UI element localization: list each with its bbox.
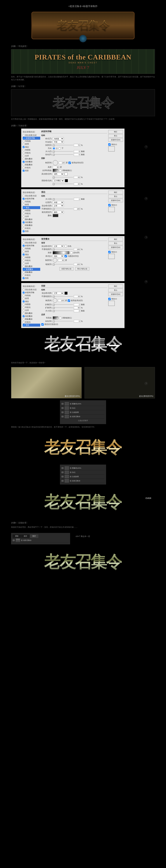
ds-noise-slider[interactable] <box>53 320 73 322</box>
ds-noise-input[interactable] <box>74 320 80 322</box>
grad-opacity-input[interactable] <box>74 248 80 251</box>
ds-opacity-slider[interactable] <box>53 296 73 298</box>
soften-slider[interactable] <box>53 154 73 156</box>
grad-angle-dial[interactable] <box>53 258 57 262</box>
stroke-size-input[interactable] <box>74 198 80 200</box>
ds-distance-slider[interactable] <box>53 304 73 306</box>
style-check-4[interactable]: 描边 <box>23 146 40 149</box>
style-check-10[interactable]: 图案叠加 <box>23 271 40 274</box>
style-check-0[interactable]: 混合选项:自定 <box>23 194 40 197</box>
reset-button[interactable]: 复位 <box>108 195 123 198</box>
ds-angle-dial[interactable] <box>53 298 57 303</box>
layer-row[interactable]: 纹 图像色100% <box>61 402 105 406</box>
layer-row[interactable]: 纹 图像色100% <box>61 466 105 470</box>
ok-button[interactable]: 确定 <box>108 130 123 133</box>
stroke-position-select[interactable]: 外部 <box>53 201 64 204</box>
visibility-icon[interactable] <box>61 415 64 417</box>
style-check-8[interactable]: 颜色叠加 <box>23 157 40 160</box>
align-layer-check[interactable] <box>65 255 67 257</box>
style-check-1[interactable]: 斜面和浮雕 <box>23 137 40 140</box>
ds-size-slider[interactable] <box>53 310 73 312</box>
layer-row[interactable]: 纹 合成效果 <box>61 410 105 414</box>
style-check-12[interactable]: 投影 <box>23 230 40 233</box>
style-check-9[interactable]: 渐变叠加 <box>23 268 40 271</box>
layer-row[interactable]: 纹 杂点 <box>61 406 105 410</box>
grad-scale-input[interactable] <box>74 263 80 266</box>
tab-path[interactable]: 路径 <box>21 534 30 538</box>
reset-button[interactable]: 复位 <box>108 288 123 292</box>
style-check-9[interactable]: 渐变叠加 <box>23 315 40 318</box>
style-check-6[interactable]: 内发光 <box>23 259 40 262</box>
method-select[interactable]: 平滑 <box>53 141 64 143</box>
dir-up-radio[interactable] <box>53 147 55 150</box>
ds-opacity-input[interactable] <box>74 295 80 298</box>
depth-input[interactable] <box>74 144 80 147</box>
ok-button[interactable]: 确定 <box>108 191 123 194</box>
style-check-2[interactable]: 等高线 <box>23 294 40 297</box>
style-check-7[interactable]: 光泽 <box>23 215 40 218</box>
grad-blend-select[interactable]: 正常 <box>53 245 64 248</box>
reset-button[interactable]: 复位 <box>108 242 123 245</box>
style-check-2[interactable]: 等高线 <box>23 140 40 143</box>
tab-channel[interactable]: 通道 <box>12 534 21 538</box>
ok-button[interactable]: 确定 <box>108 238 123 241</box>
ds-global-check[interactable] <box>68 300 70 302</box>
style-select[interactable]: 内斜面 <box>53 137 64 140</box>
stroke-color-swatch[interactable] <box>53 214 58 217</box>
style-check-0[interactable]: 混合选项:自定 <box>23 288 40 291</box>
ds-spread-slider[interactable] <box>53 307 73 309</box>
style-check-6[interactable]: 内发光 <box>23 152 40 154</box>
ds-spread-input[interactable] <box>74 306 80 309</box>
smart-object-thumbnail[interactable] <box>16 539 20 542</box>
stroke-blend-select[interactable]: 正常 <box>53 204 64 207</box>
style-check-3[interactable]: 纹理 <box>23 297 40 300</box>
angle-dial[interactable] <box>53 160 58 165</box>
soften-input[interactable] <box>74 153 80 156</box>
preview-check[interactable] <box>108 298 111 300</box>
style-check-5[interactable]: 内阴影 <box>23 209 40 212</box>
highlight-opacity-slider[interactable] <box>53 176 73 179</box>
layer-row[interactable]: 纹 杂点 <box>61 470 105 474</box>
style-check-5[interactable]: 内阴影 <box>23 303 40 306</box>
dither-check[interactable] <box>65 245 67 247</box>
ds-contour-picker[interactable] <box>53 316 58 319</box>
visibility-icon[interactable] <box>61 411 64 413</box>
reset-button[interactable]: 复位 <box>108 134 123 137</box>
style-check-10[interactable]: 图案叠加 <box>23 163 40 166</box>
grad-opacity-slider[interactable] <box>53 248 73 250</box>
visibility-icon[interactable] <box>61 480 64 482</box>
layer-row[interactable]: 纹 老友召集令 <box>61 479 105 483</box>
ds-color[interactable] <box>65 292 67 294</box>
style-check-1[interactable]: 斜面和浮雕 <box>23 197 40 200</box>
preview-check[interactable] <box>108 204 111 206</box>
style-check-11[interactable]: 外发光 <box>23 227 40 230</box>
style-check-2[interactable]: 等高线 <box>23 247 40 250</box>
reverse-check[interactable] <box>70 252 72 254</box>
set-default-button[interactable]: 设置为默认值 <box>59 267 73 271</box>
ds-distance-input[interactable] <box>74 303 80 306</box>
style-check-0[interactable]: 混合选项:自定 <box>23 241 40 244</box>
visibility-icon[interactable] <box>61 467 64 469</box>
gloss-contour-picker[interactable] <box>53 169 58 172</box>
ds-angle-input[interactable] <box>58 299 64 302</box>
shadow-color[interactable] <box>65 179 68 182</box>
grad-angle-input[interactable] <box>58 259 64 261</box>
style-check-1[interactable]: 斜面和浮雕 <box>23 291 40 294</box>
new-style-button[interactable]: 新建样式(W) <box>108 292 123 296</box>
highlight-opacity-input[interactable] <box>74 176 80 179</box>
ds-blend-select[interactable]: 正常 <box>53 292 64 294</box>
stroke-opacity-slider[interactable] <box>53 208 73 210</box>
style-check-5[interactable]: 内阴影 <box>23 256 40 259</box>
knockout-check[interactable] <box>41 323 44 326</box>
stroke-fill-select[interactable]: 颜色 <box>53 211 64 214</box>
reset-default-button[interactable]: 复位为默认值 <box>75 267 89 271</box>
shadow-mode-select[interactable]: 正片叠底 <box>53 179 64 182</box>
tab-layer[interactable]: 图层 <box>30 534 38 538</box>
stroke-size-slider[interactable] <box>53 198 73 200</box>
depth-slider[interactable] <box>53 144 73 146</box>
shadow-opacity-input[interactable] <box>74 183 80 185</box>
style-check-8[interactable]: 颜色叠加 <box>23 312 40 315</box>
style-check-3[interactable]: 纹理 <box>23 250 40 253</box>
style-check-4[interactable]: 描边 <box>23 253 40 256</box>
stroke-opacity-input[interactable] <box>74 208 80 210</box>
